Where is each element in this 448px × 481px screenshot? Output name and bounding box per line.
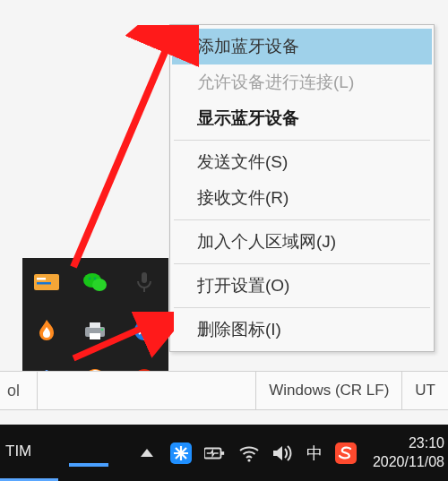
taskbar-app-tim[interactable]: TIM (0, 425, 58, 481)
bluetooth-icon[interactable] (131, 317, 158, 344)
menu-item-show-bt[interactable]: 显示蓝牙设备 (172, 100, 432, 136)
annotation-underline (69, 463, 108, 467)
svg-rect-7 (142, 272, 147, 283)
tray-overflow-chevron-icon[interactable] (136, 442, 158, 464)
taskbar-clock[interactable]: 23:10 2020/11/08 (364, 434, 448, 472)
svg-point-4 (92, 279, 107, 291)
power-icon[interactable] (204, 442, 226, 464)
menu-item-remove-icon[interactable]: 删除图标(I) (172, 312, 432, 348)
wechat-icon[interactable] (82, 269, 108, 296)
taskbar-tray: 中 (129, 442, 364, 464)
microphone-icon[interactable] (131, 269, 158, 296)
svg-rect-11 (90, 333, 100, 339)
status-encoding[interactable]: UT (401, 372, 448, 409)
ime-indicator[interactable]: 中 (306, 442, 323, 464)
sogou-icon[interactable] (335, 442, 357, 464)
svg-point-5 (89, 278, 91, 280)
svg-rect-10 (90, 322, 100, 328)
menu-item-add-bt[interactable]: 添加蓝牙设备 (172, 29, 432, 64)
svg-point-21 (247, 459, 250, 461)
menu-separator (174, 219, 430, 220)
menu-separator (174, 307, 430, 308)
menu-separator (174, 263, 430, 264)
clock-date: 2020/11/08 (373, 453, 444, 472)
menu-item-open-settings[interactable]: 打开设置(O) (172, 268, 432, 304)
svg-rect-8 (143, 288, 145, 292)
credentials-icon[interactable] (33, 269, 60, 296)
svg-rect-2 (37, 282, 51, 285)
menu-item-send-file[interactable]: 发送文件(S) (172, 144, 432, 180)
wifi-icon[interactable] (238, 442, 260, 464)
clock-time: 23:10 (373, 434, 444, 453)
flame-icon[interactable] (33, 317, 60, 344)
svg-rect-1 (37, 278, 46, 280)
status-eol[interactable]: Windows (CR LF) (255, 372, 401, 409)
taskbar: TIM 中 23:10 2020/11/08 (0, 425, 448, 481)
asterisk-app-icon[interactable] (170, 442, 192, 464)
status-text: ol (0, 372, 38, 409)
menu-item-join-pan[interactable]: 加入个人区域网(J) (172, 224, 432, 260)
bluetooth-context-menu: 添加蓝牙设备 允许设备进行连接(L) 显示蓝牙设备 发送文件(S) 接收文件(R… (169, 24, 435, 352)
printer-icon[interactable] (82, 317, 108, 344)
svg-point-6 (94, 278, 97, 280)
svg-point-12 (101, 329, 104, 331)
svg-marker-22 (273, 446, 282, 460)
menu-item-allow-connect: 允许设备进行连接(L) (172, 64, 432, 100)
editor-status-bar: ol Windows (CR LF) UT (0, 371, 448, 410)
volume-icon[interactable] (272, 442, 294, 464)
menu-separator (174, 140, 430, 141)
menu-item-recv-file[interactable]: 接收文件(R) (172, 180, 432, 216)
svg-line-24 (73, 39, 170, 267)
